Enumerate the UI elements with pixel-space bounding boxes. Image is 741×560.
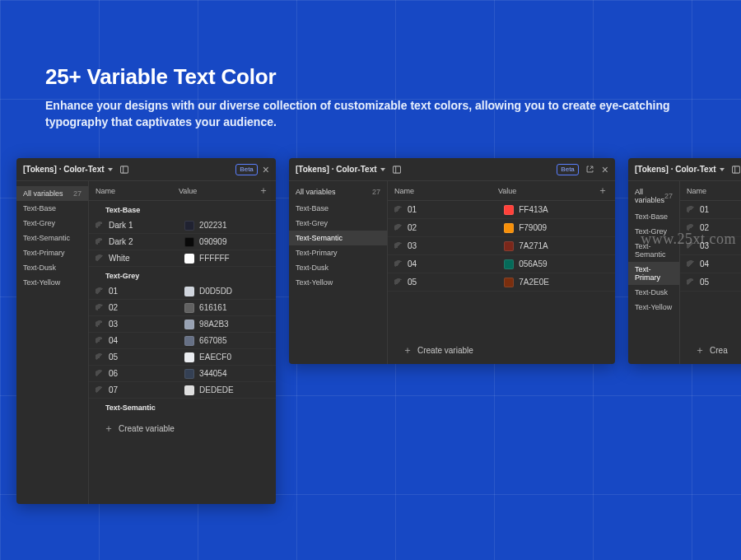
- row-value: F79009: [519, 223, 547, 232]
- sidebar-item-text-semantic[interactable]: Text-Semantic: [628, 239, 679, 262]
- add-column-icon[interactable]: ＋: [258, 184, 269, 198]
- create-variable-button[interactable]: ＋ Crea: [680, 337, 741, 364]
- close-icon[interactable]: ×: [263, 164, 269, 175]
- sidebar-item-text-dusk[interactable]: Text-Dusk: [289, 260, 387, 275]
- row-name: 03: [700, 241, 709, 250]
- sidebar-toggle-icon[interactable]: [390, 163, 403, 176]
- table-row[interactable]: 03: [680, 237, 741, 255]
- variable-count: 27: [664, 192, 673, 200]
- row-name: 01: [408, 205, 417, 214]
- table-row[interactable]: 037A271A: [388, 237, 615, 255]
- sidebar-item-text-base[interactable]: Text-Base: [628, 209, 679, 224]
- color-swatch: [184, 352, 194, 362]
- svg-rect-0: [120, 166, 128, 172]
- panel-title[interactable]: [Tokens] · Color-Text: [296, 165, 385, 174]
- table-header: Name: [680, 181, 741, 201]
- table-row[interactable]: 0398A2B3: [89, 316, 276, 333]
- sidebar-item-text-grey[interactable]: Text-Grey: [289, 216, 387, 231]
- row-name: Dark 2: [109, 237, 133, 246]
- tokens-panel-all: [Tokens] · Color-Text Beta × All variabl…: [16, 158, 276, 504]
- create-variable-button[interactable]: ＋ Create variable: [388, 337, 615, 364]
- variables-table: Name Value ＋ Text-BaseDark 1202231Dark 2…: [89, 181, 276, 504]
- row-value: 616161: [199, 303, 226, 312]
- svg-rect-2: [393, 166, 400, 172]
- create-variable-button[interactable]: ＋Create variable: [89, 415, 276, 442]
- sidebar-toggle-icon[interactable]: [118, 163, 131, 176]
- table-row[interactable]: 04667085: [89, 333, 276, 349]
- panel-title-text: [Tokens] · Color-Text: [296, 165, 377, 174]
- panel-header: [Tokens] · Color-Text Beta ×: [16, 158, 276, 181]
- panel-header: [Tokens] · Color-Text Beta ×: [289, 158, 615, 181]
- color-swatch: [184, 221, 194, 231]
- color-swatch: [184, 320, 194, 329]
- sidebar-toggle-icon[interactable]: [729, 163, 741, 176]
- variable-type-icon: [96, 304, 104, 312]
- plus-icon: ＋: [104, 422, 114, 436]
- chevron-down-icon: [108, 168, 113, 171]
- color-swatch: [504, 205, 514, 215]
- variable-type-icon: [96, 222, 104, 230]
- row-value: 202231: [199, 221, 226, 230]
- table-row[interactable]: 06344054: [89, 366, 276, 382]
- table-row[interactable]: 01D0D5DD: [89, 283, 276, 300]
- color-swatch: [504, 278, 514, 287]
- row-name: 02: [408, 223, 417, 232]
- row-name: 02: [109, 303, 118, 312]
- sidebar-item-text-primary[interactable]: Text-Primary: [628, 262, 679, 285]
- table-row[interactable]: 04: [680, 255, 741, 273]
- variable-type-icon: [687, 278, 695, 287]
- sidebar-item-text-yellow[interactable]: Text-Yellow: [16, 275, 88, 290]
- sidebar-item-text-dusk[interactable]: Text-Dusk: [628, 285, 679, 300]
- variable-type-icon: [687, 206, 695, 214]
- close-icon[interactable]: ×: [602, 164, 608, 175]
- table-row[interactable]: 057A2E0E: [388, 273, 615, 292]
- row-value: DEDEDE: [199, 385, 234, 394]
- sidebar-item-text-primary[interactable]: Text-Primary: [289, 245, 387, 260]
- table-row[interactable]: WhiteFFFFFF: [89, 250, 276, 267]
- sidebar-item-text-dusk[interactable]: Text-Dusk: [16, 260, 88, 275]
- sidebar-title: All variables: [296, 188, 336, 196]
- table-row[interactable]: Dark 2090909: [89, 234, 276, 250]
- sidebar-item-text-primary[interactable]: Text-Primary: [16, 245, 88, 260]
- sidebar-item-text-yellow[interactable]: Text-Yellow: [628, 300, 679, 315]
- table-row[interactable]: 01FF413A: [388, 201, 615, 219]
- sidebar-item-text-yellow[interactable]: Text-Yellow: [289, 275, 387, 290]
- table-row[interactable]: 05EAECF0: [89, 349, 276, 366]
- row-value: FF413A: [519, 205, 548, 214]
- sidebar-item-text-base[interactable]: Text-Base: [16, 201, 88, 216]
- sidebar-item-text-grey[interactable]: Text-Grey: [628, 224, 679, 239]
- sidebar-item-text-semantic[interactable]: Text-Semantic: [16, 231, 88, 245]
- add-column-icon[interactable]: ＋: [597, 184, 608, 198]
- table-row[interactable]: 01: [680, 201, 741, 219]
- variable-type-icon: [687, 224, 695, 232]
- variable-type-icon: [96, 254, 104, 263]
- row-name: 03: [109, 320, 118, 329]
- table-row[interactable]: 02: [680, 219, 741, 237]
- row-value: 98A2B3: [199, 320, 229, 329]
- row-name: 05: [700, 278, 709, 287]
- panel-title[interactable]: [Tokens] · Color-Text: [23, 165, 113, 174]
- popout-icon[interactable]: [584, 163, 597, 176]
- table-row[interactable]: 05: [680, 273, 741, 292]
- sidebar-item-text-semantic[interactable]: Text-Semantic: [289, 231, 387, 245]
- panel-title[interactable]: [Tokens] · Color-Text: [635, 165, 725, 174]
- table-row[interactable]: 02616161: [89, 300, 276, 316]
- row-value: 344054: [199, 369, 226, 378]
- table-row[interactable]: 02F79009: [388, 219, 615, 237]
- sidebar-header: All variables 27: [289, 186, 387, 201]
- beta-badge: Beta: [557, 164, 578, 175]
- color-swatch: [184, 385, 194, 395]
- table-row[interactable]: 04056A59: [388, 255, 615, 273]
- variable-type-icon: [96, 337, 104, 345]
- table-row[interactable]: Dark 1202231: [89, 217, 276, 234]
- page-subtitle: Enhance your designs with our diverse co…: [45, 97, 696, 131]
- color-swatch: [504, 259, 514, 269]
- sidebar-item-text-grey[interactable]: Text-Grey: [16, 216, 88, 231]
- col-value: Value: [498, 187, 597, 195]
- table-header: Name Value ＋: [89, 181, 276, 201]
- row-value: 667085: [199, 336, 226, 345]
- table-row[interactable]: 07DEDEDE: [89, 382, 276, 399]
- variable-type-icon: [394, 224, 403, 232]
- sidebar-item-text-base[interactable]: Text-Base: [289, 201, 387, 216]
- variable-type-icon: [96, 287, 104, 296]
